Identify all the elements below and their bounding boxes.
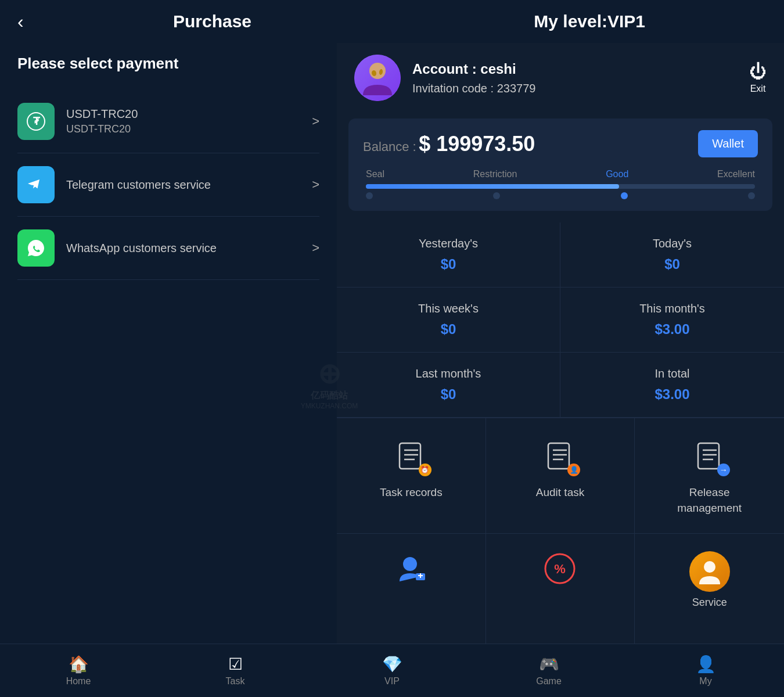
telegram-arrow: > — [312, 177, 319, 192]
progress-dot-2 — [493, 192, 500, 199]
telegram-icon — [17, 166, 55, 203]
nav-my[interactable]: 👤 My — [627, 650, 784, 691]
nav-my-label: My — [627, 676, 784, 687]
balance-row: Balance : $ 199973.50 Wallet — [363, 130, 758, 157]
left-panel: Please select payment ₮ USDT-TRC20 USDT-… — [0, 43, 337, 688]
whatsapp-arrow: > — [312, 240, 319, 256]
stat-label-week: This week's — [348, 302, 548, 315]
svg-point-3 — [369, 63, 386, 79]
svg-rect-6 — [400, 443, 420, 469]
progress-bar-fill — [366, 184, 619, 189]
payment-item-telegram[interactable]: Telegram customers service > — [17, 153, 319, 217]
stat-label-total: In total — [572, 367, 772, 380]
vip-icon: 💎 — [314, 655, 470, 674]
svg-point-25 — [704, 561, 715, 573]
service-label: Service — [643, 597, 775, 609]
avatar — [354, 55, 401, 101]
audit-task-icon-wrapper: 👤 — [540, 436, 580, 476]
payment-title: Please select payment — [17, 55, 319, 73]
progress-dot-3 — [621, 192, 628, 199]
payment-item-whatsapp[interactable]: WhatsApp customers service > — [17, 217, 319, 280]
telegram-labels: Telegram customers service — [66, 178, 312, 192]
balance-amount: $ 199973.50 — [419, 132, 535, 156]
usdt-sublabel: USDT-TRC20 — [66, 123, 312, 135]
header: ‹ Purchase My level:VIP1 — [0, 0, 784, 43]
nav-vip-label: VIP — [314, 676, 470, 687]
progress-dot-4 — [748, 192, 755, 199]
balance-display: Balance : $ 199973.50 — [363, 132, 535, 156]
power-icon: ⏻ — [749, 62, 767, 81]
usdt-label: USDT-TRC20 — [66, 107, 312, 121]
action-audit-task[interactable]: 👤 Audit task — [486, 418, 635, 533]
stat-cell-total: In total $3.00 — [560, 353, 784, 418]
nav-home[interactable]: 🏠 Home — [0, 650, 157, 691]
progress-labels: Seal Restriction Good Excellent — [366, 169, 755, 179]
action-task-records[interactable]: ⏰ Task records — [337, 418, 486, 533]
nav-game-label: Game — [470, 676, 627, 687]
stat-value-week: $0 — [348, 321, 548, 337]
progress-dots — [366, 192, 755, 199]
task-records-label: Task records — [346, 485, 477, 501]
svg-rect-14 — [698, 443, 719, 469]
progress-section: Seal Restriction Good Excellent — [363, 169, 758, 199]
payment-item-usdt[interactable]: ₮ USDT-TRC20 USDT-TRC20 > — [17, 90, 319, 153]
telegram-label: Telegram customers service — [66, 178, 312, 192]
exit-button[interactable]: ⏻ Exit — [749, 62, 767, 94]
progress-label-good: Good — [606, 169, 628, 179]
progress-label-restriction: Restriction — [473, 169, 517, 179]
stat-value-lastmonth: $0 — [348, 386, 548, 403]
progress-label-seal: Seal — [366, 169, 384, 179]
user-edit-icon — [346, 551, 477, 592]
nav-home-label: Home — [0, 676, 157, 687]
stat-value-today: $0 — [572, 256, 772, 272]
right-panel: Account : ceshi Invitation code : 233779… — [337, 43, 784, 688]
svg-text:%: % — [555, 562, 566, 576]
stat-cell-week: This week's $0 — [337, 288, 560, 353]
nav-game[interactable]: 🎮 Game — [470, 650, 627, 691]
whatsapp-label: WhatsApp customers service — [66, 242, 312, 255]
nav-task[interactable]: ☑ Task — [157, 650, 314, 691]
progress-dot-1 — [366, 192, 373, 199]
stat-value-total: $3.00 — [572, 386, 772, 403]
stat-value-yesterday: $0 — [348, 256, 548, 272]
audit-task-label: Audit task — [495, 485, 626, 501]
game-icon: 🎮 — [470, 655, 627, 674]
nav-task-label: Task — [157, 676, 314, 687]
home-icon: 🏠 — [0, 655, 157, 674]
action-release-management[interactable]: → Release management — [635, 418, 784, 533]
exit-label: Exit — [750, 84, 766, 94]
release-management-badge: → — [717, 464, 730, 476]
audit-task-badge: 👤 — [567, 464, 580, 476]
account-name: Account : ceshi — [412, 61, 749, 77]
usdt-labels: USDT-TRC20 USDT-TRC20 — [66, 107, 312, 135]
progress-bar-container — [366, 184, 755, 189]
service-avatar — [689, 551, 730, 592]
stat-label-lastmonth: Last month's — [348, 367, 548, 380]
stat-label-yesterday: Yesterday's — [348, 237, 548, 250]
whatsapp-labels: WhatsApp customers service — [66, 242, 312, 255]
stat-cell-yesterday: Yesterday's $0 — [337, 222, 560, 288]
bottom-nav: 🏠 Home ☑ Task 💎 VIP 🎮 Game 👤 My — [0, 644, 784, 697]
back-button[interactable]: ‹ — [17, 12, 24, 31]
usdt-icon: ₮ — [17, 103, 55, 140]
actions-grid: ⏰ Task records 👤 Audi — [337, 418, 784, 533]
stat-label-month: This month's — [572, 302, 772, 315]
my-level-label: My level:VIP1 — [412, 12, 767, 31]
wallet-button[interactable]: Wallet — [698, 130, 758, 157]
usdt-arrow: > — [312, 114, 319, 129]
nav-vip[interactable]: 💎 VIP — [314, 650, 470, 691]
invitation-code: Invitation code : 233779 — [412, 82, 749, 95]
release-management-icon-wrapper: → — [689, 436, 730, 476]
svg-point-18 — [403, 557, 417, 571]
svg-rect-10 — [548, 443, 569, 469]
stat-value-month: $3.00 — [572, 321, 772, 337]
task-records-icon-wrapper: ⏰ — [391, 436, 431, 476]
account-info: Account : ceshi Invitation code : 233779 — [412, 61, 749, 95]
balance-card: Balance : $ 199973.50 Wallet Seal Restri… — [348, 118, 772, 211]
account-section: Account : ceshi Invitation code : 233779… — [337, 43, 784, 113]
stat-label-today: Today's — [572, 237, 772, 250]
balance-label: Balance : — [363, 139, 416, 154]
stat-cell-lastmonth: Last month's $0 — [337, 353, 560, 418]
task-icon: ☑ — [157, 655, 314, 674]
main-layout: Please select payment ₮ USDT-TRC20 USDT-… — [0, 43, 784, 688]
